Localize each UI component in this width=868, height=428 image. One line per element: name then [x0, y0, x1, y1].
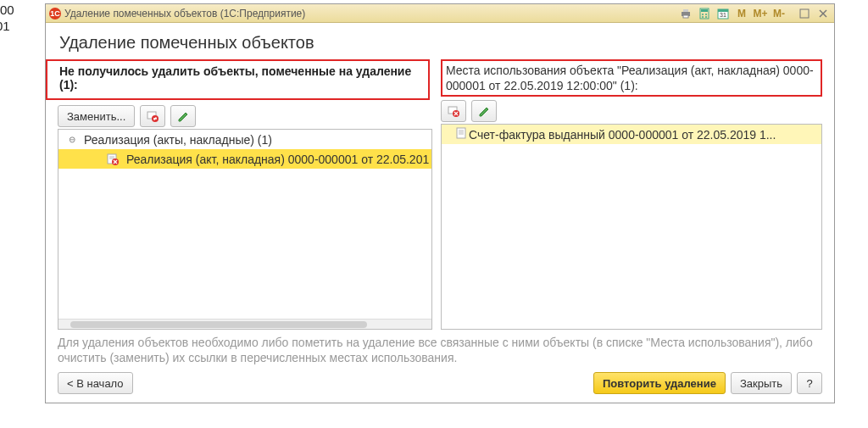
close-button[interactable]: Закрыть	[731, 372, 792, 394]
usage-header: Места использования объекта "Реализация …	[446, 63, 817, 93]
retry-delete-button[interactable]: Повторить удаление	[593, 372, 726, 394]
left-list[interactable]: ⊖ Реализация (акты, накладные) (1) Реали…	[58, 129, 432, 330]
svg-rect-4	[701, 9, 708, 12]
memory-m-button[interactable]: M	[734, 7, 749, 20]
scrollbar-thumb[interactable]	[70, 321, 367, 328]
doc-delete-icon	[106, 153, 120, 166]
svg-text:31: 31	[720, 12, 726, 18]
minimize-icon[interactable]	[797, 7, 812, 20]
memory-mminus-button[interactable]: M-	[771, 7, 787, 20]
right-list[interactable]: Счет-фактура выданный 0000-000001 от 22.…	[441, 124, 822, 330]
tree-item-label: Реализация (акт, накладная) 0000-000001 …	[126, 153, 429, 166]
svg-point-5	[702, 14, 704, 15]
left-toolbar: Заменить...	[58, 105, 432, 127]
delete-mark-button-right[interactable]	[441, 100, 466, 122]
background-text: 0-0000 00001	[0, 2, 14, 34]
back-button[interactable]: < В начало	[58, 372, 133, 394]
svg-rect-25	[457, 128, 465, 138]
svg-point-7	[702, 16, 704, 18]
doc-icon	[455, 126, 469, 142]
usage-item-row[interactable]: Счет-фактура выданный 0000-000001 от 22.…	[442, 125, 821, 144]
footer: < В начало Повторить удаление Закрыть ?	[58, 372, 822, 394]
delete-mark-button[interactable]	[140, 105, 165, 127]
calendar-icon[interactable]: 31	[715, 7, 731, 20]
app-icon: 1C	[49, 8, 61, 19]
collapse-icon[interactable]: ⊖	[67, 135, 77, 144]
tree-group-row[interactable]: ⊖ Реализация (акты, накладные) (1)	[58, 130, 431, 149]
usage-item-label: Счет-фактура выданный 0000-000001 от 22.…	[469, 128, 776, 142]
tree-item-row[interactable]: Реализация (акт, накладная) 0000-000001 …	[58, 149, 431, 169]
horizontal-scrollbar[interactable]	[58, 319, 431, 329]
window-title: Удаление помеченных объектов (1С:Предпри…	[64, 8, 675, 19]
warning-text: Не получилось удалить объекты, помеченны…	[56, 63, 426, 95]
titlebar: 1C Удаление помеченных объектов (1С:Пред…	[46, 4, 834, 23]
right-toolbar	[441, 100, 822, 122]
replace-button[interactable]: Заменить...	[58, 105, 135, 127]
tree-group-label: Реализация (акты, накладные) (1)	[84, 133, 272, 147]
hint-text: Для удаления объектов необходимо либо по…	[58, 335, 822, 365]
dialog-window: 1C Удаление помеченных объектов (1С:Пред…	[45, 3, 835, 403]
edit-button-right[interactable]	[471, 100, 497, 122]
svg-point-6	[705, 14, 707, 15]
print-icon[interactable]	[678, 7, 693, 20]
svg-point-8	[705, 16, 707, 18]
svg-rect-12	[800, 9, 809, 18]
memory-mplus-button[interactable]: M+	[753, 7, 768, 20]
calc-icon[interactable]	[697, 7, 712, 20]
svg-rect-2	[683, 15, 688, 18]
help-button[interactable]: ?	[797, 372, 822, 394]
svg-rect-1	[683, 9, 688, 12]
usage-header-box: Места использования объекта "Реализация …	[441, 59, 822, 97]
page-title: Удаление помеченных объектов	[59, 33, 821, 53]
close-icon[interactable]	[815, 7, 831, 20]
edit-button[interactable]	[170, 105, 196, 127]
warning-box: Не получилось удалить объекты, помеченны…	[46, 59, 430, 100]
